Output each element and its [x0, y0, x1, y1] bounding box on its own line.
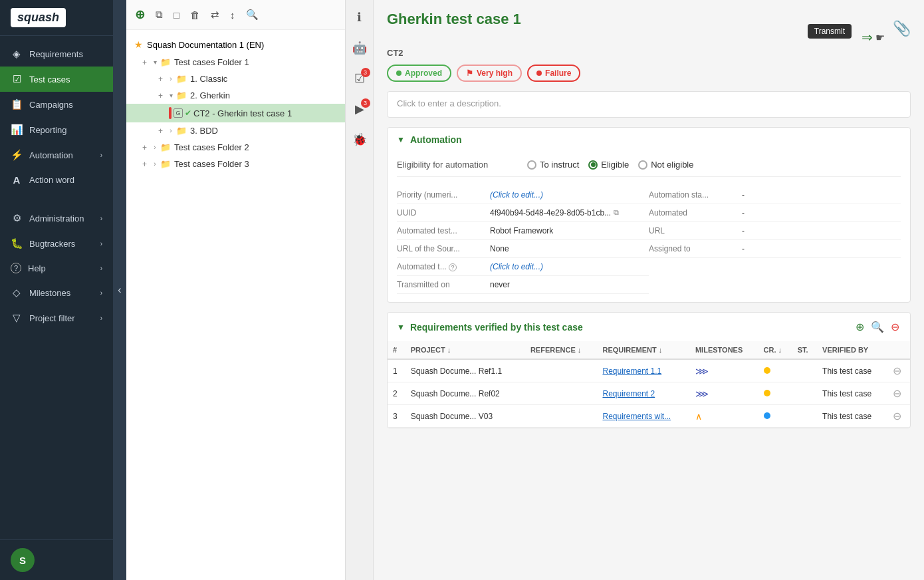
copy-uuid-icon[interactable]: ⧉ [614, 208, 619, 218]
col-cr[interactable]: CR. ↓ [758, 341, 792, 359]
sidebar-item-project-filter[interactable]: ▽ Project filter › [0, 305, 113, 331]
transmit-button[interactable]: ⇒ [862, 29, 873, 45]
add-icon[interactable]: + [158, 126, 163, 136]
remove-req-button[interactable]: ⊖ [889, 319, 901, 335]
automated-val: - [742, 208, 745, 218]
add-icon[interactable]: + [142, 160, 147, 169]
automation-section-header[interactable]: ▼ Automation [388, 128, 910, 152]
row2-remove[interactable]: ⊖ [887, 382, 910, 405]
user-avatar[interactable]: S [11, 548, 35, 572]
add-icon[interactable]: ⊕ [133, 5, 147, 24]
req1-link[interactable]: Requirement 1.1 [602, 366, 661, 376]
bdd-toggle[interactable]: › [166, 127, 176, 134]
sort-icon[interactable]: ↕ [228, 7, 237, 23]
row2-requirement[interactable]: Requirement 2 [597, 382, 689, 405]
requirements-toggle-icon[interactable]: ▼ [397, 323, 405, 332]
info-panel-btn[interactable]: ℹ [349, 7, 370, 28]
req3-link[interactable]: Requirements wit... [602, 412, 671, 421]
sidebar-item-action-word[interactable]: A Action word [0, 168, 113, 192]
transmit-row: ⇒ ☛ [862, 29, 885, 45]
sidebar-item-bugtrackers[interactable]: 🐛 Bugtrackers › [0, 231, 113, 256]
auto-fields-left: Priority (numeri... (Click to edit...) U… [397, 186, 649, 294]
remove-row2-icon[interactable]: ⊖ [893, 388, 901, 399]
search-icon[interactable]: 🔍 [244, 7, 261, 23]
transfer-icon[interactable]: ⇄ [209, 7, 221, 23]
sidebar-item-automation[interactable]: ⚡ Automation › [0, 142, 113, 168]
sidebar-item-administration[interactable]: ⚙ Administration › [0, 206, 113, 231]
search-req-button[interactable]: 🔍 [869, 319, 885, 335]
sidebar-item-campaigns[interactable]: 📋 Campaigns [0, 92, 113, 117]
table-row: 3 Squash Docume... V03 Requirements wit.… [388, 405, 910, 428]
tree-root[interactable]: ★ Squash Documentation 1 (EN) [126, 35, 345, 54]
tree-item-classic[interactable]: + › 📁 1. Classic [126, 71, 345, 87]
cr2-dot [764, 390, 770, 396]
robot-panel-btn[interactable]: 🤖 [349, 37, 370, 59]
help-arrow: › [100, 265, 102, 272]
row3-st [792, 405, 817, 428]
folder2-toggle[interactable]: › [150, 144, 160, 151]
add-icon[interactable]: + [142, 143, 147, 152]
automation-section-title: Automation [410, 134, 462, 145]
add-child-icon[interactable]: + [142, 58, 147, 67]
copy-icon[interactable]: ⧉ [154, 7, 165, 23]
classic-toggle[interactable]: › [166, 75, 176, 82]
sidebar-item-requirements[interactable]: ◈ Requirements [0, 41, 113, 67]
delete-icon[interactable]: 🗑 [188, 7, 202, 23]
sidebar-item-reporting[interactable]: 📊 Reporting [0, 117, 113, 142]
gherkin-toggle[interactable]: ▾ [166, 92, 176, 99]
col-reference[interactable]: REFERENCE ↓ [525, 341, 598, 359]
paste-icon[interactable]: □ [172, 7, 181, 23]
radio-to-instruct-circle [527, 160, 536, 170]
sidebar-item-label: Milestones [29, 288, 70, 298]
steps-badge: 3 [361, 98, 370, 108]
radio-eligible[interactable]: Eligible [588, 160, 629, 170]
radio-to-instruct-label: To instruct [540, 160, 579, 170]
badge-very-high[interactable]: ⚑ Very high [457, 65, 522, 82]
sidebar-item-help[interactable]: ? Help › [0, 256, 113, 280]
uuid-val: 4f940b94-5d48-4e29-8d05-b1cb... [490, 208, 611, 218]
add-icon[interactable]: + [158, 74, 163, 84]
add-icon[interactable]: + [158, 91, 163, 100]
folder-icon: 📁 [176, 90, 187, 100]
milestones-icon: ◇ [11, 287, 23, 299]
remove-row1-icon[interactable]: ⊖ [893, 365, 901, 376]
tree-item-ct2[interactable]: G ✔ CT2 - Gherkin test case 1 [126, 104, 345, 122]
detail-title-group: Gherkin test case 1 [387, 11, 521, 28]
tree-folder-3-item[interactable]: + › 📁 Test cases Folder 3 [126, 156, 345, 172]
sidebar-item-test-cases[interactable]: ☑ Test cases [0, 67, 113, 92]
sidebar-item-milestones[interactable]: ◇ Milestones › [0, 280, 113, 305]
bug-panel-btn[interactable]: 🐞 [349, 129, 370, 150]
tree-panel: ⊕ ⧉ □ 🗑 ⇄ ↕ 🔍 ★ Squash Documentation 1 (… [126, 0, 346, 580]
col-project[interactable]: PROJECT ↓ [405, 341, 525, 359]
automation-fields-grid: Priority (numeri... (Click to edit...) U… [397, 186, 901, 294]
sidebar-item-label: Bugtrackers [29, 239, 75, 249]
badge-approved[interactable]: Approved [387, 65, 451, 82]
radio-not-eligible[interactable]: Not eligible [638, 160, 693, 170]
checklist-panel-btn[interactable]: ☑ 3 [349, 68, 370, 89]
priority-val[interactable]: (Click to edit...) [490, 190, 543, 200]
milestone2-icon: ⋙ [695, 388, 709, 399]
add-req-button[interactable]: ⊕ [854, 319, 866, 335]
auto-t-val[interactable]: (Click to edit...) [490, 262, 543, 271]
folder3-toggle[interactable]: › [150, 160, 160, 168]
row3-requirement[interactable]: Requirements wit... [597, 405, 689, 428]
folder1-toggle[interactable]: ▾ [150, 59, 160, 66]
steps-panel-btn[interactable]: ▶ 3 [349, 98, 370, 120]
row1-remove[interactable]: ⊖ [887, 359, 910, 382]
detail-header: Gherkin test case 1 Transmit ⇒ ☛ 📎 [387, 11, 911, 45]
tree-item-gherkin[interactable]: + ▾ 📁 2. Gherkin [126, 87, 345, 104]
folder-icon: 📁 [160, 159, 171, 169]
description-box[interactable]: Click to enter a description. [387, 91, 911, 118]
attachment-icon[interactable]: 📎 [893, 20, 911, 37]
row3-remove[interactable]: ⊖ [887, 405, 910, 428]
radio-to-instruct[interactable]: To instruct [527, 160, 579, 170]
tree-folder-2-item[interactable]: + › 📁 Test cases Folder 2 [126, 139, 345, 156]
req2-link[interactable]: Requirement 2 [602, 389, 655, 398]
col-requirement[interactable]: REQUIREMENT ↓ [597, 341, 689, 359]
tree-item-bdd[interactable]: + › 📁 3. BDD [126, 122, 345, 139]
sidebar-collapse-button[interactable]: ‹ [113, 0, 126, 580]
row1-requirement[interactable]: Requirement 1.1 [597, 359, 689, 382]
badge-failure[interactable]: Failure [527, 65, 580, 82]
remove-row3-icon[interactable]: ⊖ [893, 410, 901, 422]
tree-folder-1-item[interactable]: + ▾ 📁 Test cases Folder 1 [126, 54, 345, 71]
